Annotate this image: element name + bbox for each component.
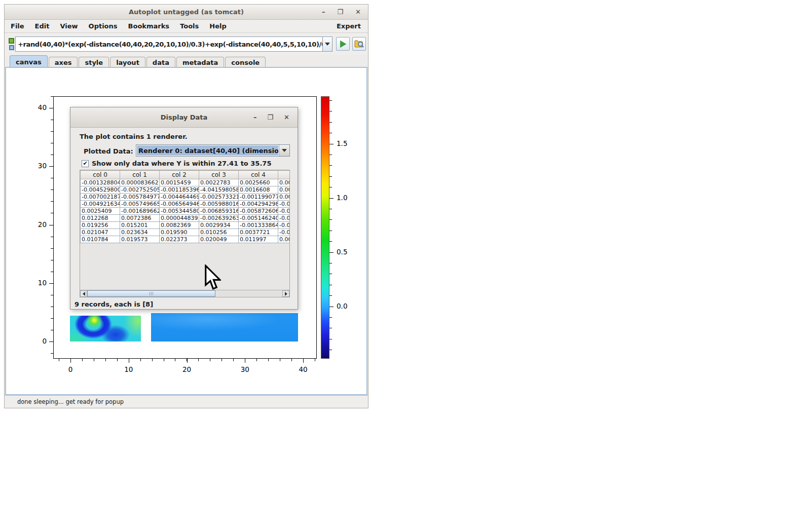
y-filter-label: Show only data where Y is within 27.41 t… [92, 160, 271, 167]
table-cell[interactable]: 0.000044839 [160, 215, 199, 222]
table-cell[interactable]: -0.0 [278, 222, 290, 229]
column-header[interactable]: col 3 [199, 171, 239, 179]
scrollbar-track[interactable] [87, 290, 282, 297]
menu-bookmarks[interactable]: Bookmarks [128, 22, 170, 30]
dialog-minimize-icon[interactable]: – [253, 114, 257, 121]
table-cell[interactable]: -0.0 [278, 201, 290, 208]
table-cell[interactable]: -0.0 [278, 208, 290, 215]
table-cell[interactable]: -0.001328804... [81, 179, 120, 186]
table-cell[interactable]: 0.0072386 [120, 215, 160, 222]
table-cell[interactable]: 0.0082369 [160, 222, 199, 229]
menu-view[interactable]: View [60, 22, 78, 30]
table-cell[interactable]: -0.004464469... [160, 194, 199, 201]
maximize-icon[interactable]: ❐ [337, 9, 343, 15]
table-cell[interactable]: -0.005146240... [239, 215, 278, 222]
table-cell[interactable]: -4.041598058... [199, 186, 239, 194]
table-cell[interactable]: 0.0025409 [81, 208, 120, 215]
table-cell[interactable]: -0.006564946... [160, 201, 199, 208]
table-cell[interactable]: 0.019590 [160, 229, 199, 236]
uri-dropdown-button[interactable] [322, 36, 333, 52]
window-titlebar[interactable]: Autoplot untagged (as tomcat) – ❐ ✕ [5, 5, 368, 20]
scroll-right-button[interactable] [282, 290, 289, 297]
tab-style[interactable]: style [79, 57, 109, 67]
table-cell[interactable]: 0.0025660 [239, 179, 278, 186]
table-cell[interactable]: -0.001689662... [120, 208, 160, 215]
table-cell[interactable]: 0.022373 [160, 236, 199, 243]
menu-options[interactable]: Options [89, 22, 118, 30]
column-header[interactable]: col 4 [239, 171, 278, 179]
tab-axes[interactable]: axes [49, 57, 78, 67]
table-cell[interactable]: 0.0016608 [239, 186, 278, 194]
table-cell[interactable]: 0.00 [278, 179, 290, 186]
table-cell[interactable]: -0.002639263... [199, 215, 239, 222]
table-cell[interactable]: -0.006859316... [199, 208, 239, 215]
expert-toggle[interactable]: Expert [337, 22, 361, 30]
table-cell[interactable]: 0.015201 [120, 222, 160, 229]
tab-metadata[interactable]: metadata [176, 57, 224, 67]
minimize-icon[interactable]: – [322, 9, 325, 15]
green-square-icon [9, 38, 14, 44]
table-cell[interactable]: -0.005784977... [120, 194, 160, 201]
table-cell[interactable]: -0.004529800... [81, 186, 120, 194]
table-cell[interactable]: 0.023634 [120, 229, 160, 236]
close-icon[interactable]: ✕ [355, 9, 361, 15]
tab-canvas[interactable]: canvas [10, 55, 48, 67]
table-cell[interactable]: 0.000083662 [120, 179, 160, 186]
table-cell[interactable]: 0.0022783 [199, 179, 239, 186]
table-cell[interactable]: -0.004921634... [81, 201, 120, 208]
table-cell[interactable]: 0.019256 [81, 222, 120, 229]
colorbar[interactable] [321, 96, 329, 359]
table-cell[interactable]: 0.010256 [199, 229, 239, 236]
menu-tools[interactable]: Tools [180, 22, 199, 30]
table-cell[interactable]: 0.010784 [81, 236, 120, 243]
table-cell[interactable]: 0.00 [278, 236, 290, 243]
table-cell[interactable]: -0.005872606... [239, 208, 278, 215]
table-cell[interactable]: -0.001333864... [239, 222, 278, 229]
table-cell[interactable]: 0.00 [278, 186, 290, 194]
table-cell[interactable]: 0.020049 [199, 236, 239, 243]
column-header[interactable]: col 2 [160, 171, 199, 179]
table-cell[interactable]: 0.019573 [120, 236, 160, 243]
uri-input[interactable]: +rand(40,40)*(exp(-distance(40,40,20,20,… [15, 36, 322, 52]
table-cell[interactable]: -0.005749665... [120, 201, 160, 208]
dialog-maximize-icon[interactable]: ❐ [267, 114, 273, 121]
table-cell[interactable]: -0.004294298... [239, 201, 278, 208]
tick-label: 0 [68, 365, 73, 373]
table-cell[interactable]: 0.0037721 [239, 229, 278, 236]
tab-layout[interactable]: layout [110, 57, 145, 67]
inspect-file-button[interactable] [352, 37, 366, 51]
table-cell[interactable]: 0.00 [278, 194, 290, 201]
horizontal-scrollbar[interactable] [80, 290, 289, 297]
table-cell[interactable]: -0.001185396... [160, 186, 199, 194]
tab-console[interactable]: console [225, 57, 266, 67]
scrollbar-thumb[interactable] [87, 290, 215, 297]
table-cell[interactable]: -0.002573321... [199, 194, 239, 201]
table-cell[interactable]: 0.0015459 [160, 179, 199, 186]
table-cell[interactable]: -0.001199077... [239, 194, 278, 201]
dialog-titlebar[interactable]: Display Data – ❐ ✕ [70, 107, 298, 128]
table-cell[interactable]: 0.021047 [81, 229, 120, 236]
column-header[interactable]: col 1 [120, 171, 160, 179]
table-cell[interactable]: -0.007002187... [81, 194, 120, 201]
dialog-close-icon[interactable]: ✕ [284, 114, 289, 121]
plotted-data-combobox[interactable]: Renderer 0: dataset[40,40] (dimension... [136, 144, 290, 157]
folder-magnifier-icon [354, 40, 364, 48]
table-cell[interactable]: 0.0029934 [199, 222, 239, 229]
menu-file[interactable]: File [11, 22, 24, 30]
table-cell[interactable]: -0.002752505... [120, 186, 160, 194]
table-cell[interactable]: -0.0 [278, 229, 290, 236]
table-cell[interactable]: 0.012268 [81, 215, 120, 222]
y-filter-checkbox[interactable] [82, 160, 89, 167]
go-button[interactable] [336, 37, 350, 51]
column-header[interactable]: col 0 [81, 171, 120, 179]
menu-help[interactable]: Help [209, 22, 226, 30]
column-header[interactable] [278, 171, 290, 179]
table-cell[interactable]: -0.0 [278, 215, 290, 222]
table-cell[interactable]: -0.005988016... [199, 201, 239, 208]
scroll-left-button[interactable] [80, 290, 87, 297]
table-cell[interactable]: 0.011997 [239, 236, 278, 243]
menu-edit[interactable]: Edit [35, 22, 50, 30]
tab-data[interactable]: data [146, 57, 175, 67]
combobox-arrow-button[interactable] [279, 145, 289, 156]
table-cell[interactable]: -0.005344580... [160, 208, 199, 215]
